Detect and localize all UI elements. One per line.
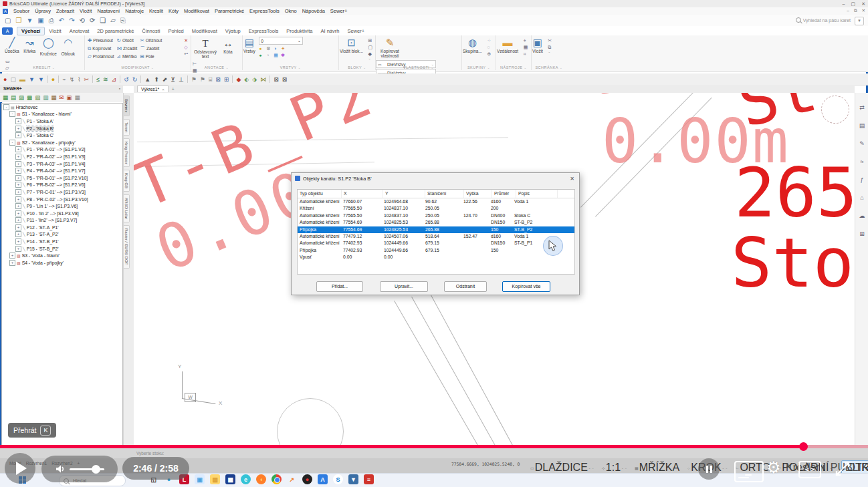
sewer-tool-icon[interactable]: ⚑ bbox=[197, 74, 205, 85]
panel-tool-icon[interactable]: ▣ bbox=[66, 94, 72, 101]
tree-item[interactable]: + ╲ P12 - 'ST-A_P1' bbox=[2, 224, 122, 231]
ribbon-small-button[interactable]: ⌒Zaoblit bbox=[140, 45, 162, 53]
tree-expander-icon[interactable]: + bbox=[15, 146, 21, 152]
side-tool-icon[interactable]: ƒ bbox=[855, 176, 868, 183]
panel-side-tab[interactable]: Krog GB bbox=[124, 170, 130, 192]
quick-access-icon[interactable]: ▼ bbox=[26, 17, 33, 24]
table-row[interactable]: Přípojka77554.69 1024825.53265.88 150 ST… bbox=[298, 226, 574, 233]
menu-item[interactable]: Nastavení bbox=[94, 8, 122, 14]
tree-item[interactable]: + ╲ P8 - 'PR-C-02' --> [S1.P3.V10] bbox=[2, 196, 122, 203]
menu-item[interactable]: Parametrické bbox=[212, 8, 247, 14]
ribbon-tab[interactable]: Modifikovat bbox=[188, 27, 221, 35]
tree-item[interactable]: + ╲ P15 - 'ST-B_P2' bbox=[2, 245, 122, 253]
maximize-button[interactable]: ▢ bbox=[851, 0, 856, 7]
panel-tool-icon[interactable]: ▦ bbox=[51, 94, 56, 101]
ribbon-small-button[interactable]: ⊿Měřítko bbox=[117, 53, 138, 61]
new-tab-button[interactable]: + bbox=[172, 87, 175, 92]
tree-item[interactable]: + ╲ P9 - 'Lin 1' --> [S1.P3.V6] bbox=[2, 202, 122, 210]
progress-knob[interactable] bbox=[799, 442, 808, 451]
edit-button[interactable]: Upravit... bbox=[380, 281, 428, 292]
settings-gear-icon[interactable]: ⚙ bbox=[766, 458, 781, 477]
quick-access-icon[interactable]: ❏ bbox=[100, 17, 106, 24]
child-restore-button[interactable]: ⧉ bbox=[854, 8, 857, 13]
menu-item[interactable]: Kreslit bbox=[146, 8, 166, 14]
ribbon-tab[interactable]: Sewer+ bbox=[343, 27, 368, 35]
mini-tool-icon[interactable]: ⧉ bbox=[548, 44, 552, 53]
ribbon-small-button[interactable]: ✂Ořiznout bbox=[140, 37, 162, 45]
tree-item[interactable]: + ╲ P13 - 'ST-A_P2' bbox=[2, 231, 122, 238]
copy-all-button[interactable]: Kopírovat vše bbox=[502, 281, 550, 292]
menu-item[interactable]: Úpravy bbox=[32, 8, 53, 14]
mini-tool-icon[interactable]: ✂ bbox=[548, 37, 552, 43]
panel-tool-icon[interactable]: ▤ bbox=[11, 94, 16, 101]
ribbon-small-button[interactable]: ⋈Zrcadlit bbox=[117, 45, 138, 53]
ribbon-button[interactable]: ↔ Kóta bbox=[223, 37, 233, 54]
layer-tool-icon[interactable]: ◑ bbox=[274, 45, 281, 52]
ribbon-small-button[interactable]: ▱Protáhnout bbox=[88, 53, 114, 61]
quick-access-icon[interactable]: ↷ bbox=[69, 17, 74, 24]
side-tool-icon[interactable]: ⊞ bbox=[855, 230, 868, 237]
sewer-tool-icon[interactable]: ⬈ bbox=[159, 74, 168, 85]
child-minimize-button[interactable]: – bbox=[847, 8, 849, 13]
tree-item[interactable]: + ╲ P5 - 'PR-B-01' --> [S1.P2.V10] bbox=[2, 174, 122, 182]
mini-tool-icon[interactable]: ◌ bbox=[487, 44, 491, 50]
menu-item[interactable]: Vložit bbox=[77, 8, 94, 14]
tree-item[interactable]: + ╲ P3 - 'Stoka C' bbox=[2, 132, 122, 139]
sewer-tool-icon[interactable]: ⋈ bbox=[257, 74, 266, 85]
quick-access-icon[interactable]: ▱ bbox=[110, 17, 116, 24]
sewer-tool-icon[interactable]: ▬ bbox=[16, 74, 25, 85]
ribbon-button[interactable]: ↝ Křivka bbox=[23, 37, 35, 53]
panel-side-tab[interactable]: ARSO Lidar bbox=[124, 194, 130, 222]
taskbar-app-icon[interactable]: ≡ bbox=[364, 474, 374, 484]
taskbar-app-icon[interactable]: ▣ bbox=[195, 474, 205, 484]
captions-icon[interactable] bbox=[734, 461, 764, 482]
ribbon-tab[interactable]: Produktivita bbox=[282, 27, 316, 35]
tree-expander-icon[interactable]: + bbox=[15, 182, 21, 188]
ribbon-button[interactable]: ◯ Kružnice bbox=[40, 37, 57, 56]
sewer-tool-icon[interactable]: ▼ bbox=[25, 74, 35, 85]
taskbar-app-icon[interactable]: S bbox=[333, 474, 343, 484]
tree-expander-icon[interactable]: + bbox=[15, 161, 21, 167]
mini-tool-icon[interactable]: ⌗ bbox=[524, 51, 528, 57]
volume-control[interactable] bbox=[41, 456, 118, 482]
layer-tool-icon[interactable]: ● bbox=[259, 45, 266, 52]
quick-access-icon[interactable]: ↶ bbox=[59, 17, 64, 24]
menu-item[interactable]: Zobrazit bbox=[53, 8, 77, 14]
sewer-tool-icon[interactable]: ◆ bbox=[233, 74, 241, 85]
tree-expander-icon[interactable]: + bbox=[15, 217, 21, 223]
application-button[interactable]: A bbox=[2, 27, 13, 35]
menu-item[interactable]: Sewer+ bbox=[328, 8, 350, 14]
mini-tool-icon[interactable]: ◇ bbox=[184, 44, 188, 50]
ribbon-button[interactable]: ◠ Oblouk bbox=[61, 37, 75, 56]
tree-item[interactable]: - ▨ S1 - 'Kanalizace - hlavní' bbox=[2, 111, 122, 118]
panel-tool-icon[interactable]: ▦ bbox=[74, 94, 80, 101]
panel-menu-icon[interactable]: ▪ bbox=[119, 85, 120, 93]
layer-tool-icon[interactable]: ▦ bbox=[274, 52, 281, 59]
drawing-tab[interactable]: Výkres1* × bbox=[137, 86, 169, 92]
table-row[interactable]: Křížení77565.50 1024837.10250.05 200 bbox=[298, 205, 574, 212]
table-row[interactable]: Automatické křížení77479.12 1024507.0651… bbox=[298, 233, 574, 240]
chevron-down-icon[interactable]: ⌄ bbox=[621, 466, 624, 470]
layer-select[interactable]: 0⌄ bbox=[259, 37, 303, 45]
layer-tool-icon[interactable]: ✦ bbox=[281, 45, 288, 52]
side-tool-icon[interactable]: ▤ bbox=[855, 122, 868, 129]
tree-item[interactable]: + ╲ P3 - 'PR-A-03' --> [S1.P1.V4] bbox=[2, 160, 122, 168]
sewer-tool-icon[interactable]: ⬆ bbox=[150, 74, 159, 85]
sewer-tool-icon[interactable]: ⊠ bbox=[270, 74, 279, 85]
side-tool-icon[interactable]: ✎ bbox=[855, 140, 868, 147]
side-tool-icon[interactable]: ⇄ bbox=[855, 104, 868, 111]
sewer-tool-icon[interactable]: ↺ bbox=[120, 74, 129, 85]
ribbon-button[interactable]: ╱ Úsečka bbox=[5, 37, 19, 53]
table-row[interactable]: Automatické křížení77660.07 1024964.6890… bbox=[298, 198, 574, 205]
quick-access-icon[interactable]: ⟲ bbox=[80, 17, 85, 24]
sewer-tool-icon[interactable]: ⊿ bbox=[108, 74, 117, 85]
play-button[interactable] bbox=[5, 453, 35, 484]
sewer-tool-icon[interactable]: ▼ bbox=[35, 74, 44, 85]
ribbon-tab[interactable]: Vložit bbox=[45, 27, 65, 35]
sewer-tool-icon[interactable]: ⊠ bbox=[279, 74, 288, 85]
mini-tool-icon[interactable]: ▦ bbox=[524, 44, 528, 50]
fullscreen-icon[interactable] bbox=[833, 460, 852, 478]
mini-tool-icon[interactable]: ◆ bbox=[368, 51, 373, 59]
side-tool-icon[interactable]: ≈ bbox=[855, 158, 868, 165]
panel-side-tab[interactable]: Sewer+ bbox=[124, 96, 130, 116]
